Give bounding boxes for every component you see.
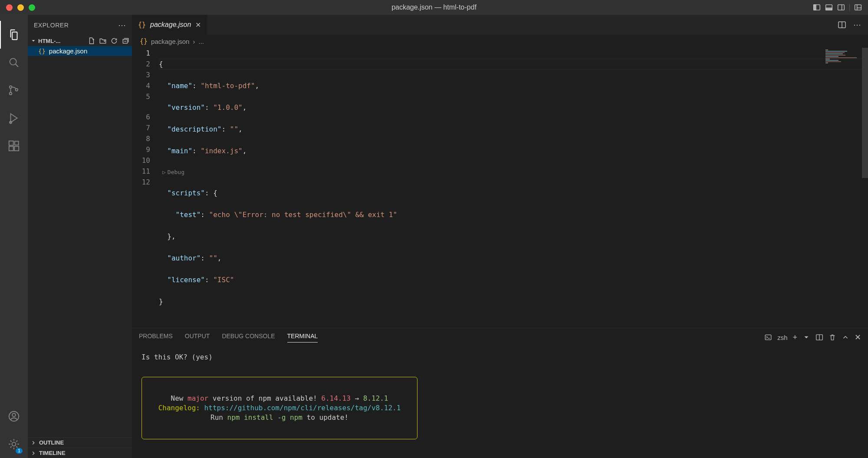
terminal-shell-label[interactable]: zsh — [777, 334, 787, 341]
breadcrumb[interactable]: {} package.json › ... — [132, 35, 868, 48]
extensions-activity[interactable] — [0, 132, 28, 160]
kill-terminal-icon[interactable] — [829, 333, 836, 341]
editor-scrollbar[interactable] — [862, 48, 868, 328]
run-debug-activity[interactable] — [0, 104, 28, 132]
tab-terminal[interactable]: TERMINAL — [287, 333, 318, 343]
svg-rect-18 — [15, 141, 19, 145]
tab-problems[interactable]: PROBLEMS — [139, 333, 173, 342]
toggle-primary-sidebar-icon[interactable] — [813, 3, 821, 11]
layout-controls — [813, 3, 862, 11]
debug-codelens[interactable]: ▷Debug — [159, 167, 868, 177]
editor-group: {} package.json ✕ ⋯ {} package.json › ..… — [132, 15, 868, 458]
folder-actions — [88, 37, 129, 45]
code-area[interactable]: { "name": "html-to-pdf", "version": "1.0… — [159, 48, 868, 328]
panel-tabs: PROBLEMS OUTPUT DEBUG CONSOLE TERMINAL z… — [132, 328, 868, 346]
run-debug-icon — [7, 112, 20, 125]
new-file-icon[interactable] — [88, 37, 95, 45]
outline-section[interactable]: OUTLINE — [28, 437, 132, 448]
tab-output[interactable]: OUTPUT — [185, 333, 210, 342]
svg-point-20 — [12, 413, 16, 417]
source-control-activity[interactable] — [0, 76, 28, 104]
panel-actions: zsh + ✕ — [764, 333, 861, 342]
breadcrumb-file: package.json — [151, 38, 189, 45]
panel: PROBLEMS OUTPUT DEBUG CONSOLE TERMINAL z… — [132, 328, 868, 458]
chevron-right-icon — [30, 440, 36, 446]
titlebar: package.json — html-to-pdf — [0, 0, 868, 15]
terminal-dropdown-icon[interactable] — [802, 333, 810, 341]
svg-point-11 — [10, 86, 12, 89]
svg-rect-25 — [765, 335, 771, 339]
timeline-label: TIMELINE — [39, 450, 66, 456]
search-icon — [7, 56, 20, 69]
new-folder-icon[interactable] — [99, 37, 107, 45]
sidebar-header: EXPLORER ⋯ — [28, 15, 132, 36]
source-control-icon — [7, 84, 20, 97]
tab-package-json[interactable]: {} package.json ✕ — [132, 15, 207, 35]
close-panel-icon[interactable]: ✕ — [855, 333, 861, 342]
svg-point-13 — [16, 89, 18, 91]
folder-name: HTML-... — [38, 38, 60, 44]
svg-point-9 — [10, 59, 16, 65]
toggle-panel-icon[interactable] — [825, 3, 833, 11]
split-editor-icon[interactable] — [838, 20, 846, 29]
tab-label: package.json — [150, 21, 191, 29]
editor-more-icon[interactable]: ⋯ — [853, 20, 861, 30]
window-title: package.json — html-to-pdf — [391, 3, 477, 11]
window-controls — [6, 4, 35, 11]
svg-rect-1 — [814, 5, 816, 10]
activity-bar: 1 — [0, 15, 28, 458]
maximize-panel-icon[interactable] — [842, 333, 849, 341]
svg-rect-17 — [14, 146, 19, 151]
line-numbers: 1 2 3 4 5 6 7 8 9 10 11 12 — [132, 48, 159, 328]
terminal-profile-icon[interactable] — [764, 333, 772, 341]
timeline-section[interactable]: TIMELINE — [28, 448, 132, 458]
accounts-activity[interactable] — [0, 402, 28, 430]
minimize-window-button[interactable] — [17, 4, 24, 11]
file-name: package.json — [49, 47, 87, 55]
svg-rect-15 — [9, 141, 13, 145]
npm-update-notice: New major version of npm available! 6.14… — [141, 377, 418, 439]
breadcrumb-rest: ... — [198, 38, 204, 45]
editor-actions: ⋯ — [838, 15, 868, 35]
new-terminal-icon[interactable]: + — [792, 333, 797, 342]
json-file-icon: {} — [38, 48, 46, 55]
chevron-right-icon — [30, 450, 36, 456]
json-file-icon: {} — [138, 21, 146, 29]
toggle-secondary-sidebar-icon[interactable] — [837, 3, 845, 11]
outline-label: OUTLINE — [39, 439, 64, 446]
search-activity[interactable] — [0, 49, 28, 76]
account-icon — [7, 410, 20, 423]
tab-bar: {} package.json ✕ ⋯ — [132, 15, 868, 35]
sidebar-title: EXPLORER — [34, 22, 69, 29]
svg-line-10 — [16, 64, 18, 67]
sidebar: EXPLORER ⋯ HTML-... {} package.json OUTL… — [28, 15, 132, 458]
terminal[interactable]: Is this OK? (yes) New major version of n… — [132, 346, 868, 458]
customize-layout-icon[interactable] — [854, 3, 862, 11]
refresh-icon[interactable] — [110, 37, 118, 45]
svg-point-21 — [12, 442, 16, 446]
svg-rect-3 — [826, 8, 832, 10]
manage-activity[interactable]: 1 — [0, 430, 28, 458]
extensions-icon — [7, 139, 20, 152]
explorer-activity[interactable] — [0, 21, 28, 49]
scrollbar-thumb[interactable] — [862, 48, 868, 178]
close-tab-icon[interactable]: ✕ — [195, 21, 201, 29]
sidebar-more-icon[interactable]: ⋯ — [118, 20, 126, 30]
svg-point-12 — [10, 92, 12, 95]
collapse-all-icon[interactable] — [122, 37, 129, 45]
close-window-button[interactable] — [6, 4, 13, 11]
split-terminal-icon[interactable] — [815, 333, 823, 341]
json-file-icon: {} — [140, 37, 148, 45]
tab-debug-console[interactable]: DEBUG CONSOLE — [222, 333, 275, 342]
file-item-package-json[interactable]: {} package.json — [28, 46, 132, 56]
svg-rect-6 — [855, 5, 861, 10]
breadcrumb-separator: › — [193, 38, 195, 45]
chevron-down-icon — [30, 38, 36, 44]
editor[interactable]: 1 2 3 4 5 6 7 8 9 10 11 12 { "name": "ht… — [132, 48, 868, 328]
fullscreen-window-button[interactable] — [29, 4, 35, 11]
terminal-line: Is this OK? (yes) — [141, 353, 858, 362]
folder-header[interactable]: HTML-... — [28, 36, 132, 46]
files-icon — [7, 28, 20, 41]
separator — [849, 4, 850, 11]
svg-rect-4 — [838, 5, 845, 10]
